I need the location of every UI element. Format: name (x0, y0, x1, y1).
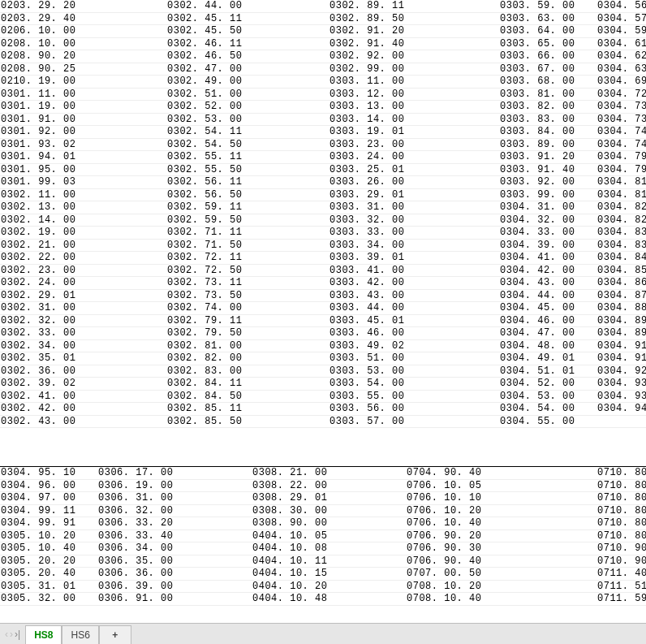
data-cell[interactable]: 0304. 83. 10 (596, 227, 646, 240)
data-cell[interactable]: 0302. 49. 00 (166, 76, 329, 89)
data-cell[interactable]: 0404. 10. 05 (252, 530, 406, 543)
data-cell[interactable]: 0302. 91. 40 (329, 38, 499, 51)
data-cell[interactable]: 0303. 99. 00 (499, 189, 596, 202)
data-cell[interactable]: 0208. 90. 20 (0, 50, 166, 63)
data-cell[interactable]: 0304. 61. 00 (596, 38, 646, 51)
data-cell[interactable]: 0303. 59. 00 (499, 0, 596, 13)
data-cell[interactable]: 0302. 81. 00 (166, 340, 329, 353)
data-cell[interactable]: 0304. 31. 00 (499, 201, 596, 214)
data-cell[interactable]: 0302. 32. 00 (0, 315, 166, 328)
data-cell[interactable]: 0208. 90. 25 (0, 63, 166, 76)
data-cell[interactable]: 0304. 84. 00 (596, 252, 646, 265)
data-cell[interactable]: 0303. 42. 00 (329, 277, 499, 290)
data-cell[interactable]: 0306. 91. 00 (97, 593, 252, 606)
data-cell[interactable]: 0304. 81. 10 (596, 176, 646, 189)
data-cell[interactable]: 0302. 54. 50 (166, 139, 329, 152)
nav-first-icon[interactable]: ‹ (5, 629, 8, 640)
data-cell[interactable]: 0303. 46. 00 (329, 327, 499, 340)
data-cell[interactable]: 0707. 00. 50 (406, 568, 596, 581)
data-cell[interactable]: 0404. 10. 08 (252, 542, 406, 555)
data-cell[interactable]: 0304. 87. 00 (596, 290, 646, 303)
data-cell[interactable]: 0302. 23. 00 (0, 265, 166, 278)
data-cell[interactable]: 0302. 42. 00 (0, 403, 166, 416)
data-cell[interactable]: 0302. 89. 50 (329, 13, 499, 26)
data-cell[interactable]: 0305. 20. 40 (0, 568, 97, 581)
data-cell[interactable]: 0710. 90. 11 (596, 542, 646, 555)
data-cell[interactable]: 0303. 89. 00 (499, 139, 596, 152)
data-cell[interactable]: 0303. 14. 00 (329, 114, 499, 127)
data-cell[interactable]: 0304. 99. 91 (0, 517, 97, 530)
data-cell[interactable]: 0404. 10. 11 (252, 555, 406, 568)
data-cell[interactable]: 0708. 10. 20 (406, 581, 596, 594)
data-cell[interactable]: 0301. 95. 00 (0, 164, 166, 177)
data-cell[interactable]: 0303. 51. 00 (329, 352, 499, 365)
data-cell[interactable]: 0302. 89. 11 (329, 0, 499, 13)
data-cell[interactable]: 0302. 41. 00 (0, 391, 166, 404)
data-cell[interactable]: 0303. 63. 00 (499, 13, 596, 26)
data-cell[interactable]: 0303. 33. 00 (329, 227, 499, 240)
add-sheet-button[interactable]: + (99, 625, 131, 644)
data-cell[interactable]: 0302. 84. 50 (166, 391, 329, 404)
data-cell[interactable]: 0306. 33. 20 (97, 517, 252, 530)
nav-next-icon[interactable]: ›| (15, 629, 20, 640)
data-cell[interactable]: 0304. 63. 00 (596, 63, 646, 76)
data-cell[interactable]: 0306. 33. 40 (97, 530, 252, 543)
data-cell[interactable]: 0308. 22. 00 (252, 480, 406, 493)
data-cell[interactable]: 0302. 45. 50 (166, 25, 329, 38)
data-cell[interactable]: 0710. 90. 91 (596, 555, 646, 568)
data-cell[interactable]: 0711. 59. 10 (596, 593, 646, 606)
data-cell[interactable]: 0302. 13. 00 (0, 201, 166, 214)
data-cell[interactable]: 0304. 82. 50 (596, 214, 646, 227)
data-cell[interactable]: 0302. 44. 00 (166, 0, 329, 13)
data-cell[interactable]: 0203. 29. 20 (0, 0, 166, 13)
data-cell[interactable] (596, 416, 646, 429)
data-cell[interactable]: 0302. 24. 00 (0, 277, 166, 290)
data-cell[interactable]: 0206. 10. 00 (0, 25, 166, 38)
nav-prev-icon[interactable]: › (10, 629, 13, 640)
tab-hs8[interactable]: HS8 (25, 625, 62, 644)
data-cell[interactable]: 0304. 97. 00 (0, 492, 97, 505)
data-cell[interactable]: 0303. 49. 02 (329, 340, 499, 353)
data-cell[interactable]: 0304. 95. 10 (0, 467, 97, 480)
data-cell[interactable]: 0203. 29. 40 (0, 13, 166, 26)
data-cell[interactable]: 0710. 80. 93 (596, 517, 646, 530)
data-cell[interactable]: 0304. 39. 00 (499, 240, 596, 253)
data-cell[interactable]: 0302. 84. 11 (166, 378, 329, 391)
data-cell[interactable]: 0302. 34. 00 (0, 340, 166, 353)
data-cell[interactable]: 0304. 54. 00 (499, 403, 596, 416)
data-cell[interactable]: 0302. 47. 00 (166, 63, 329, 76)
data-cell[interactable]: 0302. 36. 00 (0, 365, 166, 378)
data-cell[interactable]: 0704. 90. 40 (406, 467, 596, 480)
data-cell[interactable]: 0302. 79. 11 (166, 315, 329, 328)
data-cell[interactable]: 0304. 83. 50 (596, 240, 646, 253)
data-cell[interactable]: 0304. 46. 00 (499, 315, 596, 328)
data-cell[interactable]: 0304. 55. 00 (499, 416, 596, 429)
data-cell[interactable]: 0303. 45. 01 (329, 315, 499, 328)
data-cell[interactable]: 0302. 19. 00 (0, 227, 166, 240)
data-cell[interactable]: 0303. 13. 00 (329, 101, 499, 114)
data-cell[interactable]: 0302. 55. 50 (166, 164, 329, 177)
data-cell[interactable]: 0304. 99. 11 (0, 505, 97, 518)
data-cell[interactable]: 0711. 40. 00 (596, 568, 646, 581)
data-cell[interactable]: 0302. 71. 11 (166, 227, 329, 240)
data-cell[interactable]: 0304. 73. 50 (596, 114, 646, 127)
data-cell[interactable]: 0708. 10. 40 (406, 593, 596, 606)
data-cell[interactable]: 0304. 81. 50 (596, 189, 646, 202)
data-cell[interactable]: 0304. 93. 10 (596, 378, 646, 391)
data-cell[interactable]: 0706. 90. 20 (406, 530, 596, 543)
data-cell[interactable]: 0302. 72. 50 (166, 265, 329, 278)
data-cell[interactable]: 0302. 39. 02 (0, 378, 166, 391)
data-cell[interactable]: 0302. 51. 00 (166, 89, 329, 102)
data-cell[interactable]: 0306. 31. 00 (97, 492, 252, 505)
data-cell[interactable]: 0305. 31. 01 (0, 581, 97, 594)
data-cell[interactable]: 0711. 51. 00 (596, 581, 646, 594)
data-cell[interactable]: 0302. 43. 00 (0, 416, 166, 429)
data-cell[interactable]: 0208. 10. 00 (0, 38, 166, 51)
data-cell[interactable]: 0302. 72. 11 (166, 252, 329, 265)
data-cell[interactable]: 0706. 10. 10 (406, 492, 596, 505)
data-cell[interactable]: 0302. 85. 50 (166, 416, 329, 429)
data-cell[interactable]: 0301. 94. 01 (0, 151, 166, 164)
data-cell[interactable]: 0303. 65. 00 (499, 38, 596, 51)
data-cell[interactable]: 0305. 10. 40 (0, 542, 97, 555)
data-cell[interactable]: 0301. 91. 00 (0, 114, 166, 127)
